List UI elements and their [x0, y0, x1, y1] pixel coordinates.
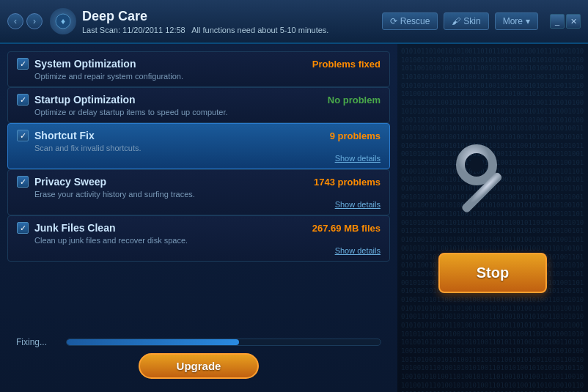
item-left: ✓ Privacy Sweep: [17, 176, 106, 188]
item-left: ✓ Shortcut Fix: [17, 130, 95, 141]
rescue-button[interactable]: ⟳ Rescue: [382, 12, 438, 30]
checkbox[interactable]: ✓: [17, 58, 29, 70]
show-details-link[interactable]: Show details: [335, 154, 381, 163]
item-header: ✓ Shortcut Fix 9 problems: [17, 130, 381, 141]
item-desc: Clean up junk files and recover disk spa…: [34, 236, 381, 245]
stop-button[interactable]: Stop: [438, 253, 547, 293]
skin-icon: 🖌: [452, 16, 460, 26]
chevron-down-icon: ▾: [526, 16, 530, 26]
checkbox[interactable]: ✓: [17, 94, 29, 106]
checkbox[interactable]: ✓: [17, 130, 29, 141]
item-left: ✓ Junk Files Clean: [17, 222, 115, 234]
show-details-link[interactable]: Show details: [335, 200, 381, 209]
rescue-icon: ⟳: [390, 16, 397, 26]
item-header: ✓ Startup Optimization No problem: [17, 94, 381, 106]
upgrade-area: Upgrade: [7, 350, 390, 385]
svg-text:♦: ♦: [61, 16, 65, 26]
progress-fill: [67, 339, 239, 345]
item-left: ✓ System Optimization: [17, 58, 136, 70]
show-details-link[interactable]: Show details: [335, 246, 381, 255]
fixing-label: Fixing...: [16, 337, 60, 347]
item-name: System Optimization: [34, 58, 136, 70]
item-desc: Optimize or delay startup items to speed…: [34, 108, 381, 117]
item-status: Problems fixed: [312, 59, 381, 70]
title-bar: ‹ › ♦ Deep Care Last Scan: 11/20/2011 12…: [0, 0, 588, 44]
app-title: Deep Care: [82, 9, 382, 24]
progress-area: Fixing...: [7, 333, 390, 350]
item-header: ✓ Junk Files Clean 267.69 MB files: [17, 222, 381, 234]
item-name: Junk Files Clean: [34, 222, 115, 234]
toolbar-right: ⟳ Rescue 🖌 Skin More ▾ _ ✕: [382, 12, 581, 30]
item-name: Shortcut Fix: [34, 130, 95, 141]
list-item: ✓ Junk Files Clean 267.69 MB files Clean…: [7, 215, 390, 262]
item-header: ✓ Privacy Sweep 1743 problems: [17, 176, 381, 188]
right-panel: 0101011010010101001101011001010100101101…: [397, 44, 588, 392]
checkbox[interactable]: ✓: [17, 176, 29, 188]
minimize-button[interactable]: _: [550, 14, 565, 29]
item-name: Startup Optimization: [34, 94, 136, 106]
skin-button[interactable]: 🖌 Skin: [444, 12, 488, 30]
svg-point-3: [469, 158, 484, 172]
back-button[interactable]: ‹: [7, 13, 23, 29]
progress-bar: [66, 339, 381, 346]
item-status: 1743 problems: [314, 177, 381, 188]
main-content: ✓ System Optimization Problems fixed Opt…: [0, 44, 588, 392]
upgrade-button[interactable]: Upgrade: [139, 353, 260, 379]
forward-button[interactable]: ›: [26, 13, 43, 29]
left-panel: ✓ System Optimization Problems fixed Opt…: [0, 44, 397, 392]
item-name: Privacy Sweep: [34, 176, 106, 188]
item-desc: Scan and fix invalid shortcuts.: [34, 144, 381, 152]
wrench-icon: [449, 143, 537, 231]
item-status: No problem: [328, 95, 381, 106]
item-status: 267.69 MB files: [312, 223, 381, 234]
list-item: ✓ Shortcut Fix 9 problems Scan and fix i…: [7, 123, 390, 169]
last-scan: Last Scan: 11/20/2011 12:58 All function…: [82, 26, 382, 34]
item-left: ✓ Startup Optimization: [17, 94, 136, 106]
list-item: ✓ System Optimization Problems fixed Opt…: [7, 51, 390, 87]
window-controls: _ ✕: [550, 14, 581, 29]
more-button[interactable]: More ▾: [495, 12, 538, 30]
checkbox[interactable]: ✓: [17, 222, 29, 234]
list-item: ✓ Startup Optimization No problem Optimi…: [7, 87, 390, 123]
item-desc: Optimize and repair system configuration…: [34, 72, 381, 81]
nav-buttons: ‹ ›: [7, 13, 43, 29]
app-icon: ♦: [50, 8, 76, 34]
item-status: 9 problems: [330, 130, 381, 141]
close-button[interactable]: ✕: [566, 14, 581, 29]
item-header: ✓ System Optimization Problems fixed: [17, 58, 381, 70]
title-info: Deep Care Last Scan: 11/20/2011 12:58 Al…: [82, 9, 382, 34]
item-desc: Erase your activity history and surfing …: [34, 190, 381, 199]
list-item: ✓ Privacy Sweep 1743 problems Erase your…: [7, 169, 390, 215]
items-container: ✓ System Optimization Problems fixed Opt…: [7, 51, 390, 262]
